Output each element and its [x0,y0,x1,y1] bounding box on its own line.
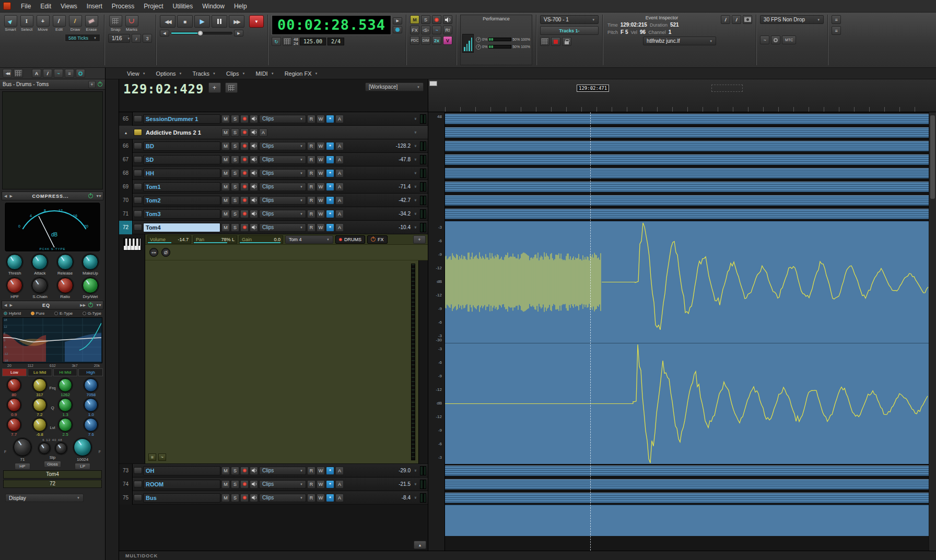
track-mute-button[interactable]: M [221,196,230,205]
snap-toggle[interactable]: Snap [108,15,123,32]
hpf-knob[interactable] [7,278,22,293]
app-icon[interactable] [3,2,11,10]
input-dropdown[interactable]: DRUMS [335,235,365,244]
tool-select[interactable]: ISelect [19,15,34,32]
lp-filter-knob[interactable] [74,438,91,456]
track-clips-dropdown[interactable]: Clips [259,210,306,218]
clip-lane[interactable] [445,478,929,491]
track-expand-chevron[interactable] [412,184,419,189]
phase-button[interactable]: Ø [161,248,170,257]
track-write-button[interactable]: W [317,183,325,191]
menu-options[interactable]: Options [151,69,187,78]
hp-filter-knob[interactable] [14,438,31,456]
track-clips-dropdown[interactable]: Clips [259,480,306,488]
track-fx-button[interactable]: * [326,183,334,191]
track-input-echo-button[interactable] [250,142,258,150]
audio-engine-button[interactable]: ~ [760,35,769,44]
track-input-echo-button[interactable] [250,128,258,137]
add-fx-button[interactable]: + [413,235,426,244]
snap-count-field[interactable]: 3 [143,34,152,43]
track-clips-dropdown[interactable]: Clips [259,156,306,164]
plugin-display-area[interactable] [2,91,103,189]
clip-lane[interactable] [445,491,929,505]
track-write-button[interactable]: W [317,467,325,475]
track-row[interactable]: 70 Tom2 M S Clips R W * A -42.7 [119,194,428,207]
track-input-echo-button[interactable] [250,169,258,177]
expand-right-icon[interactable]: ▶▶ [80,303,86,307]
himid-level-knob[interactable] [58,418,72,432]
track-solo-button[interactable]: S [231,494,239,502]
tom4-lane-area[interactable]: ≡ ~ [145,260,428,463]
meter-display[interactable]: 2/4 [327,38,344,45]
fx-bypass-button[interactable]: FX [410,26,419,34]
hp-button[interactable]: HP [15,463,30,470]
sidechain-knob[interactable] [32,278,48,293]
track-row[interactable]: 73 OH M S Clips R W * A -29.0 [119,464,428,478]
lomid-q-knob[interactable] [33,398,46,412]
marks-toggle[interactable]: Marks [124,15,139,32]
compressor-header[interactable]: ◀ ▶ COMPRESS... ▼▼ [2,192,103,200]
track-mute-button[interactable]: M [221,494,230,502]
track-read-button[interactable]: R [307,494,315,502]
menu-help[interactable]: Help [229,1,252,11]
list-tab-button[interactable]: ≡ [65,69,74,78]
track-name[interactable]: Tom4 [143,223,220,232]
menu-utilities[interactable]: Utilities [168,1,198,11]
track-write-button[interactable]: W [317,169,325,177]
menu-project[interactable]: Project [139,1,168,11]
track-write-button[interactable]: W [317,115,325,123]
surface-lock-button[interactable] [562,37,571,46]
gain-slider[interactable]: Gain 0.0 [239,235,283,244]
track-input-echo-button[interactable] [250,156,258,164]
inspector-channel-value[interactable]: 1 [669,29,672,35]
track-expand-chevron[interactable] [412,198,419,202]
slider-thumb[interactable] [197,30,203,36]
track-automation-button[interactable]: A [335,223,344,232]
track-mute-button[interactable]: M [221,156,230,164]
track-read-button[interactable]: R [307,196,315,205]
track-name[interactable]: SessionDrummer 1 [143,114,220,124]
track-automation-button[interactable]: A [335,210,344,218]
vertical-scrollbar[interactable] [929,112,936,551]
position-slider[interactable] [171,32,232,34]
track-write-button[interactable]: W [317,142,325,150]
track-row[interactable]: 74 ROOM M S Clips R W * A -21.5 [119,478,428,491]
menu-edit[interactable]: Edit [36,1,56,11]
track-automation-button[interactable]: A [335,115,344,123]
track-mute-button[interactable]: M [221,210,230,218]
track-record-button[interactable] [240,494,249,502]
loop-indicator-button[interactable] [393,26,402,33]
fx-bin[interactable]: FX [367,235,388,244]
expand-icon[interactable]: ▼▼ [96,194,101,198]
track-automation-button[interactable]: A [335,196,344,205]
track-solo-button[interactable]: S [231,196,239,205]
expand-icon[interactable]: ▼▼ [96,303,101,307]
track-mute-button[interactable]: M [221,169,230,177]
track-mute-button[interactable]: M [221,115,230,123]
track-automation-button[interactable]: A [335,183,344,191]
track-write-button[interactable]: W [317,480,325,488]
track-row[interactable]: 75 Bus M S Clips R W * A -8.4 [119,491,428,505]
eq-mode-hybrid[interactable]: Hybrid [4,311,21,316]
track-input-echo-button[interactable] [250,480,258,488]
eq-band-low[interactable]: Low [2,368,27,376]
clip-lane[interactable] [445,153,929,166]
track-clips-dropdown[interactable]: Clips [259,223,306,232]
track-record-button[interactable] [240,210,249,218]
tom4-waveform-block[interactable] [445,221,929,464]
lane-wave-icon[interactable]: ~ [158,454,166,461]
track-name[interactable]: Tom2 [143,196,220,205]
menu-insert[interactable]: Insert [82,1,107,11]
tool-smart[interactable]: ▶Smart [3,15,18,32]
eq-band-himid[interactable]: Hi Mid [53,368,78,376]
release-knob[interactable] [57,254,73,270]
v-button[interactable]: V [443,36,452,45]
track-clips-dropdown[interactable]: Clips [259,142,306,150]
track-input-echo-button[interactable] [250,467,258,475]
add-track-button[interactable]: + [208,82,221,93]
surface-record-button[interactable] [551,37,560,46]
track-row[interactable]: 72 Tom4 M S Clips R W * A -10.4 [119,221,428,234]
track-record-button[interactable] [240,223,249,232]
high-freq-knob[interactable] [84,378,98,392]
track-fx-button[interactable]: * [326,223,334,232]
